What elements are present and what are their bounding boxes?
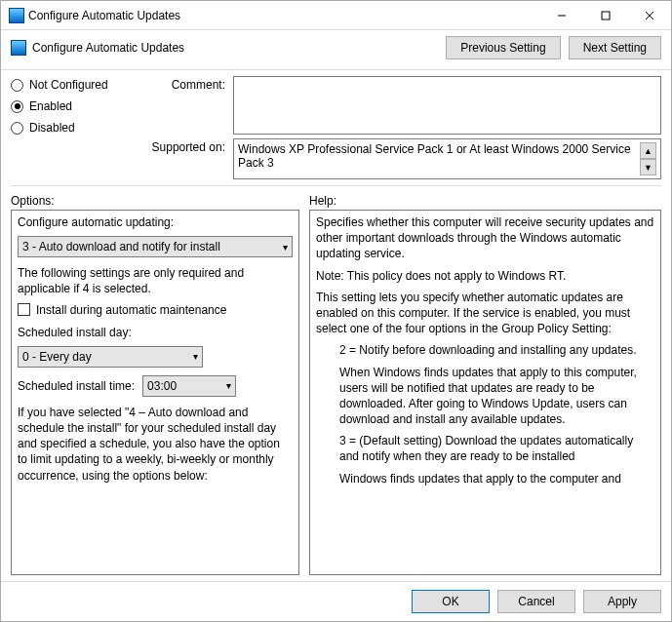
help-label: Help:: [309, 190, 661, 210]
select-value: 03:00: [147, 379, 177, 393]
comment-input[interactable]: [233, 76, 661, 135]
select-value: 0 - Every day: [22, 350, 92, 364]
help-text: Windows finds updates that apply to the …: [316, 471, 654, 486]
checkbox-icon: [18, 303, 30, 316]
apply-button[interactable]: Apply: [583, 590, 661, 613]
sched-day-select[interactable]: 0 - Every day ▾: [18, 346, 203, 368]
maximize-button[interactable]: [583, 1, 627, 30]
footer: OK Cancel Apply: [1, 581, 671, 621]
ok-button[interactable]: OK: [412, 590, 490, 613]
select-value: 3 - Auto download and notify for install: [22, 240, 220, 253]
next-setting-button[interactable]: Next Setting: [569, 36, 661, 59]
policy-icon: [11, 40, 26, 56]
comment-label: Comment:: [128, 76, 225, 92]
help-pane: Specifies whether this computer will rec…: [309, 210, 661, 575]
supported-label: Supported on:: [128, 138, 225, 154]
options-note: The following settings are only required…: [18, 265, 293, 296]
close-button[interactable]: [627, 1, 671, 30]
scroll-up-icon[interactable]: ▲: [640, 142, 656, 159]
help-text: This setting lets you specify whether au…: [316, 290, 654, 337]
radio-enabled[interactable]: Enabled: [11, 99, 128, 113]
subheader: Configure Automatic Updates Previous Set…: [1, 30, 671, 70]
svg-rect-1: [602, 12, 610, 19]
help-text: 3 = (Default setting) Download the updat…: [316, 433, 654, 464]
options-footnote: If you have selected "4 – Auto download …: [18, 405, 293, 484]
window-title: Configure Automatic Updates: [24, 9, 539, 22]
subheader-title: Configure Automatic Updates: [32, 41, 184, 55]
config-row: Not Configured Enabled Disabled Comment:…: [1, 70, 671, 181]
options-pane: Configure automatic updating: 3 - Auto d…: [11, 210, 299, 575]
sched-time-label: Scheduled install time:: [18, 379, 135, 393]
sched-day-label: Scheduled install day:: [18, 325, 293, 340]
divider: [11, 185, 661, 186]
options-label: Options:: [11, 190, 299, 210]
chevron-down-icon: ▾: [226, 380, 231, 391]
install-maintenance-checkbox[interactable]: Install during automatic maintenance: [18, 303, 293, 317]
title-bar: Configure Automatic Updates: [1, 1, 671, 30]
cancel-button[interactable]: Cancel: [497, 590, 575, 613]
help-text: Note: This policy does not apply to Wind…: [316, 268, 654, 284]
help-text: 2 = Notify before downloading and instal…: [316, 342, 654, 358]
chevron-down-icon: ▾: [283, 242, 288, 253]
supported-on-text: Windows XP Professional Service Pack 1 o…: [238, 142, 640, 170]
supported-on-box: Windows XP Professional Service Pack 1 o…: [233, 138, 661, 179]
radio-label: Enabled: [29, 99, 72, 113]
checkbox-label: Install during automatic maintenance: [36, 303, 226, 317]
sched-time-select[interactable]: 03:00 ▾: [142, 375, 236, 397]
help-text: Specifies whether this computer will rec…: [316, 214, 654, 262]
app-icon: [9, 8, 24, 23]
help-text: When Windows finds updates that apply to…: [316, 365, 654, 428]
radio-label: Not Configured: [29, 78, 108, 92]
configure-updating-label: Configure automatic updating:: [18, 214, 293, 230]
radio-label: Disabled: [29, 121, 75, 135]
radio-disabled[interactable]: Disabled: [11, 121, 128, 135]
radio-not-configured[interactable]: Not Configured: [11, 78, 128, 92]
previous-setting-button[interactable]: Previous Setting: [446, 36, 560, 59]
radio-icon: [11, 100, 23, 113]
minimize-button[interactable]: [539, 1, 583, 30]
scroll-down-icon[interactable]: ▼: [640, 159, 656, 175]
configure-updating-select[interactable]: 3 - Auto download and notify for install…: [18, 236, 293, 257]
chevron-down-icon: ▾: [193, 351, 198, 362]
radio-icon: [11, 79, 23, 92]
radio-icon: [11, 122, 23, 135]
